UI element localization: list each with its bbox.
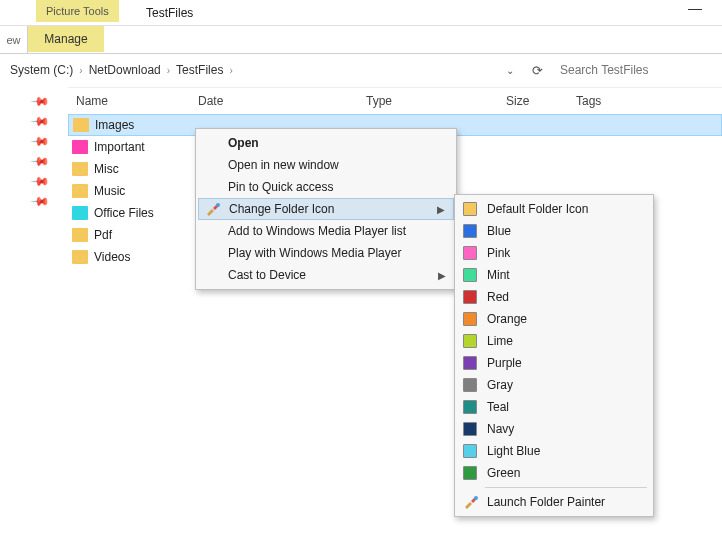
chevron-right-icon[interactable]: › [163,65,174,76]
context-menu-item[interactable]: Change Folder Icon▶ [198,198,454,220]
color-label: Lime [487,334,513,348]
color-label: Green [487,466,520,480]
quick-access-pane: 📌 📌 📌 📌 📌 📌 [0,86,60,544]
painter-icon [463,494,479,510]
context-menu-item[interactable]: Pin to Quick access [198,176,454,198]
column-name[interactable]: Name [68,87,190,114]
color-label: Navy [487,422,514,436]
color-option[interactable]: Blue [457,220,651,242]
file-name: Office Files [94,206,154,220]
crumb-netdownload[interactable]: NetDownload [87,63,163,77]
search-input[interactable] [554,58,714,82]
context-item-label: Open [228,136,259,150]
tab-manage[interactable]: Manage [28,26,104,53]
color-option[interactable]: Teal [457,396,651,418]
pin-icon[interactable]: 📌 [30,91,51,112]
crumb-testfiles[interactable]: TestFiles [174,63,225,77]
column-tags[interactable]: Tags [568,87,722,114]
color-option[interactable]: Red [457,286,651,308]
chevron-right-icon[interactable]: › [75,65,86,76]
color-label: Purple [487,356,522,370]
color-swatch-icon [463,268,477,282]
color-label: Mint [487,268,510,282]
chevron-right-icon: ▶ [438,270,446,281]
pin-icon[interactable]: 📌 [30,131,51,152]
address-dropdown-icon[interactable]: ⌄ [500,65,520,76]
color-swatch-icon [463,290,477,304]
color-label: Default Folder Icon [487,202,588,216]
color-swatch-icon [463,400,477,414]
chevron-right-icon: ▶ [437,204,445,215]
color-label: Light Blue [487,444,540,458]
context-item-label: Add to Windows Media Player list [228,224,406,238]
color-label: Pink [487,246,510,260]
folder-icon [72,162,88,176]
picture-tools-tab[interactable]: Picture Tools [36,0,119,22]
color-option[interactable]: Gray [457,374,651,396]
color-option[interactable]: Pink [457,242,651,264]
color-label: Blue [487,224,511,238]
color-option[interactable]: Mint [457,264,651,286]
color-option[interactable]: Navy [457,418,651,440]
color-option[interactable]: Lime [457,330,651,352]
color-option[interactable]: Default Folder Icon [457,198,651,220]
context-item-label: Change Folder Icon [229,202,334,216]
column-type[interactable]: Type [358,87,498,114]
file-name: Music [94,184,125,198]
color-swatch-icon [463,312,477,326]
color-option[interactable]: Purple [457,352,651,374]
file-name: Misc [94,162,119,176]
color-swatch-icon [463,224,477,238]
context-item-label: Open in new window [228,158,339,172]
window-title: TestFiles [146,6,193,20]
chevron-right-icon[interactable]: › [225,65,236,76]
color-swatch-icon [463,246,477,260]
pin-icon[interactable]: 📌 [30,171,51,192]
folder-icon [72,140,88,154]
crumb-system[interactable]: System (C:) [8,63,75,77]
folder-icon [73,118,89,132]
pin-icon[interactable]: 📌 [30,151,51,172]
folder-icon [72,250,88,264]
color-swatch-icon [463,334,477,348]
context-menu[interactable]: OpenOpen in new windowPin to Quick acces… [195,128,457,290]
painter-icon [205,201,221,217]
color-label: Red [487,290,509,304]
color-option[interactable]: Green [457,462,651,484]
context-menu-item[interactable]: Play with Windows Media Player [198,242,454,264]
folder-icon [72,206,88,220]
file-name: Images [95,118,134,132]
color-label: Orange [487,312,527,326]
folder-icon [72,184,88,198]
file-name: Pdf [94,228,112,242]
context-item-label: Pin to Quick access [228,180,333,194]
svg-point-1 [474,496,478,500]
context-menu-item[interactable]: Add to Windows Media Player list [198,220,454,242]
color-submenu[interactable]: Default Folder IconBluePinkMintRedOrange… [454,194,654,517]
color-swatch-icon [463,356,477,370]
menu-separator [485,487,647,488]
context-item-label: Play with Windows Media Player [228,246,401,260]
context-menu-item[interactable]: Open in new window [198,154,454,176]
minimize-button[interactable]: — [680,0,710,16]
pin-icon[interactable]: 📌 [30,111,51,132]
launch-label: Launch Folder Painter [487,495,605,509]
context-item-label: Cast to Device [228,268,306,282]
color-swatch-icon [463,466,477,480]
folder-icon [72,228,88,242]
svg-point-0 [216,203,220,207]
color-option[interactable]: Light Blue [457,440,651,462]
refresh-icon[interactable]: ⟳ [526,63,548,78]
launch-folder-painter[interactable]: Launch Folder Painter [457,491,651,513]
column-size[interactable]: Size [498,87,568,114]
column-date[interactable]: Date [190,87,358,114]
pin-icon[interactable]: 📌 [30,191,51,212]
tab-view-fragment[interactable]: ew [0,26,28,53]
file-name: Videos [94,250,130,264]
context-menu-item[interactable]: Open [198,132,454,154]
color-option[interactable]: Orange [457,308,651,330]
file-name: Important [94,140,145,154]
color-swatch-icon [463,422,477,436]
breadcrumb[interactable]: System (C:) › NetDownload › TestFiles › [2,58,494,82]
context-menu-item[interactable]: Cast to Device▶ [198,264,454,286]
